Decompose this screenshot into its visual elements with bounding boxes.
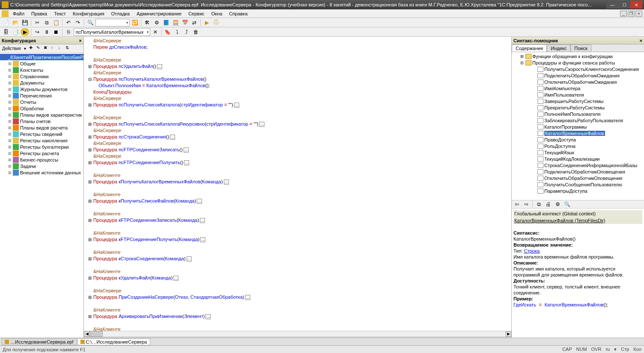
close-button[interactable]: ✕ (630, 1, 642, 9)
mdi-close[interactable]: × (635, 11, 642, 17)
fold-gutter[interactable]: ⊞ (86, 102, 93, 108)
syntax-tree-folder[interactable]: ⊟Процедуры и функции сеанса работы (513, 59, 643, 66)
close-icon[interactable]: ✕ (151, 28, 160, 36)
book-icon[interactable]: 📘 (162, 19, 170, 26)
config-panel-close[interactable]: × (79, 38, 82, 43)
tree-item[interactable]: ⊞Задачи (0, 163, 83, 169)
add-icon[interactable]: ✚ (28, 45, 35, 52)
menu-service[interactable]: Сервис (186, 10, 207, 17)
fold-gutter[interactable]: ⊞ (86, 236, 93, 243)
back-icon[interactable]: ⇦ (513, 200, 521, 208)
tree-item[interactable]: ⊞Документы (0, 79, 83, 86)
syntax-tree-item[interactable]: КаталогПрограммы (513, 124, 643, 130)
config-tree[interactable]: ⊟ _8ЗанятийПрактическоеПособиеРазработч … (0, 53, 83, 345)
fold-gutter[interactable]: ⊞ (86, 63, 93, 70)
tree-item[interactable]: ⊞Регистры накопления (0, 137, 83, 144)
tree-item[interactable]: ⊞Регистры сведений (0, 131, 83, 137)
fold-gutter[interactable]: ⊞ (86, 179, 93, 185)
up-icon[interactable]: ↑ (50, 45, 56, 52)
syntax-tree-folder[interactable]: ⊞Функции обращения к конфигурации (513, 53, 643, 59)
print-icon[interactable]: 🖨 (544, 200, 552, 208)
editor-hscroll[interactable]: ◀▶ (84, 331, 511, 337)
update-icon[interactable]: ▶ (21, 28, 29, 36)
fold-gutter[interactable]: ⊞ (86, 134, 93, 140)
run-icon[interactable]: ▶ (202, 19, 211, 26)
new-icon[interactable]: 📄 (2, 19, 10, 26)
tree-item[interactable]: ⊞Обработки (0, 105, 83, 112)
syntax-tree-item[interactable]: ЗаблокироватьРаботуПользователя (513, 117, 643, 124)
del-icon[interactable]: ✖ (42, 45, 49, 52)
syntax-tab-content[interactable]: Содержание (512, 44, 547, 52)
tree-item[interactable]: ⊞Бизнес-процессы (0, 156, 83, 163)
syntax-tree-item[interactable]: РольДоступна (513, 143, 643, 149)
fold-gutter[interactable]: ⊞ (86, 159, 93, 166)
syntax-tree-item[interactable]: ПрекратитьРаботуСистемы (513, 104, 643, 111)
break-icon[interactable]: ⏸ (42, 28, 51, 36)
menu-edit[interactable]: Правка (29, 10, 50, 17)
fold-gutter[interactable]: ⊞ (86, 313, 93, 320)
tree-item[interactable]: ⊞Планы видов характеристик (0, 112, 83, 118)
calc-icon[interactable]: 🧮 (171, 19, 180, 26)
open-icon[interactable]: 📂 (11, 19, 20, 26)
syntax-tree-item[interactable]: ОтключитьОбработчикОжидания (513, 79, 643, 85)
syntax-tree-item[interactable]: ПараметрыДоступа (513, 188, 643, 194)
prev-bm-icon[interactable]: ⤴ (182, 28, 191, 36)
window-tab-2[interactable]: C:\…ИсследованиеСервера (77, 338, 150, 345)
fwd-icon[interactable]: ⇨ (522, 200, 531, 208)
window-tab-1[interactable]: …ИсследованиеСервера.epf (2, 338, 77, 345)
type-link[interactable]: Строка (524, 248, 539, 253)
find-icon[interactable]: 🔍 (563, 200, 571, 208)
syntax-tree-item[interactable]: СтрокаСоединенияИнформационнойБазы (513, 162, 643, 168)
syntax-tree-item[interactable]: ПодключитьОбработчикОповещения (513, 168, 643, 175)
syntax-tree-item[interactable]: ТекущийЯзык (513, 149, 643, 156)
stop-icon[interactable]: ⏹ (52, 28, 60, 36)
clear-bm-icon[interactable]: 🗑 (192, 28, 200, 36)
syntax-tree-item[interactable]: КаталогВременныхФайлов (513, 130, 643, 136)
tree-item[interactable]: ⊞Константы (0, 67, 83, 73)
menu-windows[interactable]: Окна (209, 10, 225, 17)
next-bm-icon[interactable]: ⤵ (173, 28, 181, 36)
search-combo[interactable] (95, 19, 130, 26)
tree-item[interactable]: ⊞Планы видов расчета (0, 124, 83, 131)
bookmark-icon[interactable]: 🔖 (163, 28, 172, 36)
copy-help-icon[interactable]: ⧉ (534, 200, 543, 208)
copy-icon[interactable]: ⧉ (42, 19, 51, 26)
save-icon[interactable]: 💾 (21, 19, 29, 26)
tree-item[interactable]: ⊞Журналы документов (0, 86, 83, 92)
mdi-restore[interactable]: ❐ (628, 11, 635, 17)
fold-gutter[interactable]: ⊞ (86, 198, 93, 204)
syntax-tree[interactable]: ⊞Функции обращения к конфигурации⊟Процед… (512, 52, 644, 200)
config-actions[interactable]: Действия (1, 46, 22, 51)
sort-icon[interactable]: ⇅ (64, 45, 71, 52)
syntax-tree-item[interactable]: ПравоДоступа (513, 136, 643, 143)
fold-gutter[interactable]: ⊟ (86, 76, 93, 82)
compare-icon[interactable]: ⇄ (190, 19, 199, 26)
menu-text[interactable]: Текст (51, 10, 68, 17)
props-icon[interactable]: 🛠 (143, 19, 151, 26)
config-icon[interactable]: ⚙ (152, 19, 161, 26)
tree-item[interactable]: ⊞Отчеты (0, 99, 83, 105)
fold-gutter[interactable]: ⊞ (86, 121, 93, 127)
tree-root[interactable]: ⊟ _8ЗанятийПрактическоеПособиеРазработч (0, 54, 83, 60)
fold-gutter[interactable]: ⊞ (86, 147, 93, 153)
paste-icon[interactable]: 📋 (52, 19, 60, 26)
down-icon[interactable]: ↓ (57, 45, 64, 52)
menu-admin[interactable]: Администрирование (134, 10, 184, 17)
tree-item[interactable]: ⊞Справочники (0, 73, 83, 79)
search-icon[interactable]: 🔍 (86, 19, 95, 26)
tree-item[interactable]: ⊞Общие (0, 60, 83, 67)
menu-debug[interactable]: Отладка (109, 10, 132, 17)
syntax-tree-item[interactable]: ПолучитьСкоростьКлиентскогоСоединения (513, 66, 643, 72)
syntax-tree-item[interactable]: ИмяКомпьютера (513, 85, 643, 91)
minimize-button[interactable]: — (606, 1, 618, 9)
maximize-button[interactable]: ☐ (618, 1, 630, 9)
syntax-tree-item[interactable]: ПолучитьСообщенияПользователю (513, 181, 643, 188)
syntax-tab-index[interactable]: Индекс (547, 44, 570, 52)
tree-item[interactable]: ⊞Регистры расчета (0, 150, 83, 156)
redo-icon[interactable]: ↷ (74, 19, 82, 26)
step-icon[interactable]: ↪ (33, 28, 42, 36)
fold-gutter[interactable]: ⊞ (86, 256, 93, 262)
proc-nav-icon[interactable]: ⎘ (64, 28, 73, 36)
cut-icon[interactable]: ✂ (33, 19, 42, 26)
code-editor[interactable]: &НаСервереПерем дзСписокФайлов;&НаСервер… (84, 37, 511, 331)
